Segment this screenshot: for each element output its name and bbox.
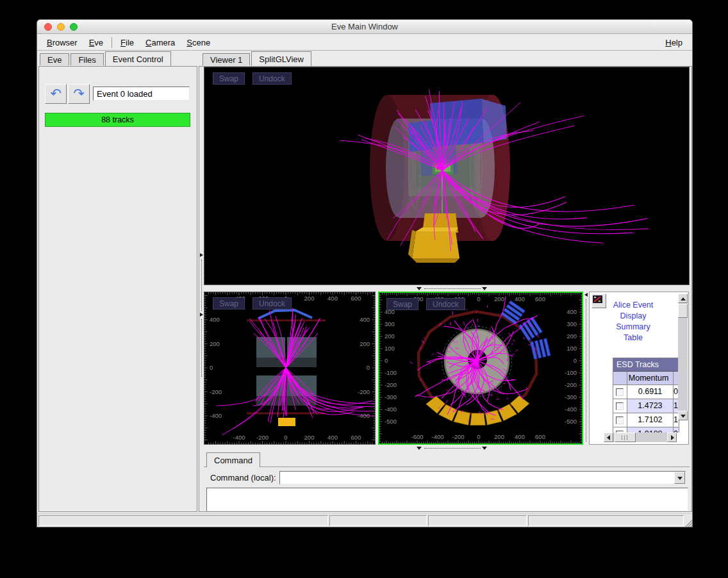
left-arrow-icon	[607, 435, 610, 440]
table-row: 1.01880	[613, 427, 679, 433]
row-select-cell[interactable]	[613, 385, 627, 399]
svg-text:400: 400	[360, 316, 370, 323]
scroll-down-button[interactable]	[678, 411, 688, 420]
splitter-arrow-icon[interactable]	[417, 287, 422, 290]
command-tab-separator	[204, 467, 690, 467]
swap-button[interactable]: Swap	[386, 298, 418, 310]
event-status-field[interactable]	[93, 87, 190, 101]
titlebar[interactable]: Eve Main Window	[37, 20, 692, 34]
row-checkbox[interactable]	[616, 417, 624, 424]
splitter-arrow-icon[interactable]	[584, 293, 588, 297]
window-title: Eve Main Window	[37, 22, 692, 31]
svg-text:200: 200	[494, 433, 504, 440]
svg-text:-600: -600	[411, 433, 423, 440]
left-splitter[interactable]	[199, 67, 204, 445]
command-input[interactable]	[280, 472, 674, 484]
svg-text:-200: -200	[256, 434, 269, 441]
momentum-cell: 1.4723	[627, 399, 674, 413]
table-row: 1.71021	[613, 413, 679, 427]
gl-viewer-rhoz[interactable]: -400-400-200-200002002004004006006004004…	[204, 292, 376, 445]
table-row: 0.69110	[613, 385, 679, 399]
viewer-tab-splitglview[interactable]: SplitGLView	[251, 51, 311, 66]
horizontal-splitter-top[interactable]	[204, 286, 690, 292]
trd-modules-rphi	[500, 301, 550, 359]
resize-grip[interactable]	[683, 517, 693, 527]
event-control-panel: ↶ ↷ 88 tracks	[38, 66, 197, 512]
row-select-cell[interactable]	[613, 399, 627, 413]
table-column-headers: Momentum	[613, 372, 679, 385]
menu-item-scene[interactable]: Scene	[181, 37, 216, 49]
redo-arrow-icon: ↷	[73, 86, 85, 101]
menu-item-camera[interactable]: Camera	[140, 37, 181, 49]
summary-vscroll-thumb[interactable]	[678, 304, 688, 318]
svg-text:0: 0	[477, 433, 480, 440]
dropdown-arrow-icon	[677, 477, 682, 480]
menu-item-file[interactable]: File	[115, 37, 140, 49]
hmpid-gold-rhoz	[278, 418, 295, 426]
previous-event-button[interactable]: ↶	[45, 84, 67, 104]
momentum-column-header[interactable]: Momentum	[627, 372, 674, 385]
next-event-button[interactable]: ↷	[68, 84, 90, 104]
esd-table-rows: 0.691101.472311.710211.01880	[613, 385, 679, 433]
summary-title-line: Summary	[590, 322, 677, 333]
trd-arc	[258, 310, 312, 318]
svg-text:-200: -200	[452, 433, 464, 440]
svg-text:200: 200	[304, 295, 315, 302]
command-output[interactable]	[206, 488, 688, 511]
summary-hscroll-thumb[interactable]	[615, 433, 636, 442]
undock-button[interactable]: Undock	[426, 298, 465, 310]
viewer-tab-viewer-1[interactable]: Viewer 1	[203, 53, 250, 65]
menubar-left: BrowserEveFileCameraScene	[41, 37, 216, 49]
gl-viewer-3d[interactable]: Swap Undock	[204, 67, 690, 285]
svg-text:0: 0	[477, 295, 480, 302]
menu-item-help[interactable]: Help	[659, 37, 688, 49]
swap-button[interactable]: Swap	[213, 297, 245, 310]
svg-text:-200: -200	[565, 381, 577, 388]
svg-text:600: 600	[535, 295, 545, 302]
undock-button[interactable]: Undock	[252, 297, 292, 310]
splitter-dots	[586, 299, 586, 442]
menu-item-browser[interactable]: Browser	[41, 37, 83, 49]
tracks-count-badge: 88 tracks	[45, 113, 190, 127]
tab-command[interactable]: Command	[206, 452, 260, 467]
splitter-arrow-icon[interactable]	[200, 313, 203, 317]
sidebar-tab-files[interactable]: Files	[70, 53, 103, 65]
sidebar-tab-eve[interactable]: Eve	[40, 53, 69, 65]
command-dropdown-button[interactable]	[674, 472, 685, 484]
scroll-right-button[interactable]	[667, 433, 677, 442]
svg-text:-200: -200	[358, 388, 370, 395]
command-prompt-label: Command (local):	[210, 473, 276, 483]
tracks-layer-rhoz	[217, 308, 375, 435]
svg-text:-400: -400	[358, 412, 370, 419]
row-select-cell[interactable]	[613, 413, 627, 427]
row-checkbox[interactable]	[616, 402, 624, 410]
splitter-dots	[201, 260, 202, 311]
table-row: 1.47231	[613, 399, 679, 413]
splitter-arrow-icon[interactable]	[482, 447, 487, 450]
svg-text:400: 400	[210, 316, 220, 323]
viewer-area: Swap Undock	[199, 66, 692, 512]
right-splitter[interactable]	[584, 292, 589, 445]
clipped-cell: 0	[674, 427, 679, 433]
svg-text:-500: -500	[385, 418, 397, 425]
gl-viewer-rphi[interactable]: -600-600-400-400-200-2000020020040040060…	[378, 292, 583, 445]
svg-text:400: 400	[327, 295, 338, 302]
menu-item-eve[interactable]: Eve	[83, 37, 109, 49]
row-checkbox[interactable]	[616, 388, 624, 396]
status-cell	[528, 515, 684, 526]
splitter-arrow-icon[interactable]	[200, 253, 203, 257]
menu-separator	[112, 37, 112, 48]
menubar: BrowserEveFileCameraScene Help	[37, 35, 692, 51]
swap-button[interactable]: Swap	[213, 72, 245, 85]
horizontal-splitter-bottom[interactable]	[204, 445, 690, 452]
3d-event-display	[204, 67, 689, 285]
scroll-left-button[interactable]	[604, 433, 613, 442]
sidebar-tab-event-control[interactable]: Event Control	[105, 51, 171, 66]
row-select-cell[interactable]	[613, 427, 627, 433]
scroll-up-button[interactable]	[678, 293, 688, 303]
splitter-arrow-icon[interactable]	[482, 287, 487, 290]
svg-text:200: 200	[385, 333, 395, 340]
undock-button[interactable]: Undock	[252, 72, 292, 85]
svg-text:-500: -500	[565, 418, 577, 425]
splitter-arrow-icon[interactable]	[417, 447, 422, 450]
